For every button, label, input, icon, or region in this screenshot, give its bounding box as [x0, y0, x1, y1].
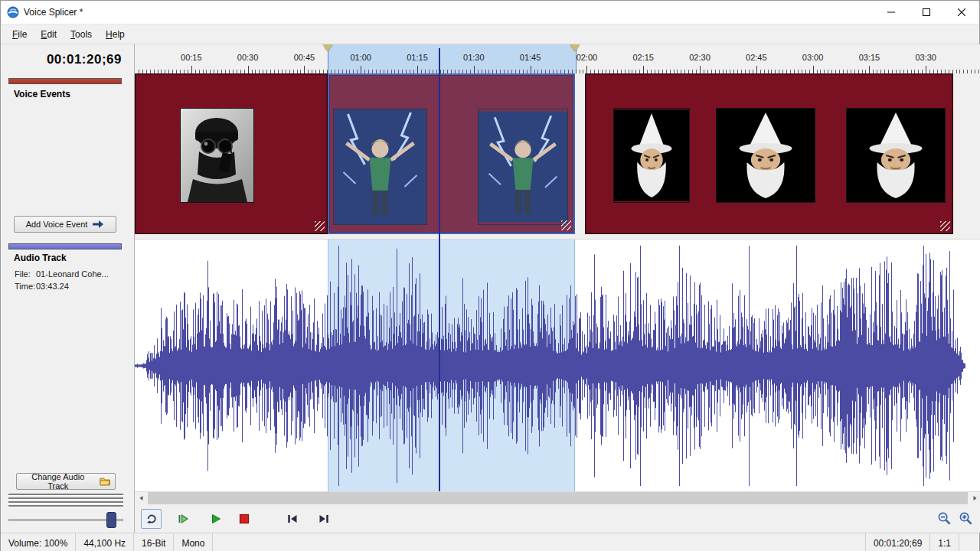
audio-track-color-bar	[8, 243, 122, 249]
voice-event-clip-2-selected[interactable]	[328, 73, 575, 234]
stop-icon	[239, 514, 250, 524]
voice-event-thumbnail-wizard-2	[716, 108, 815, 203]
volume-slider-thumb[interactable]	[106, 512, 116, 528]
playhead-line	[439, 48, 440, 491]
selection-start-handle[interactable]	[323, 44, 332, 51]
clip-resize-grip[interactable]	[940, 221, 950, 231]
scroll-left-icon	[139, 495, 145, 501]
file-label: File:	[15, 269, 36, 279]
zoom-out-button[interactable]	[935, 510, 953, 528]
close-icon	[958, 8, 965, 16]
arrow-right-icon	[92, 220, 104, 229]
time-label: Time:	[15, 282, 36, 291]
voice-event-clip-3[interactable]	[585, 73, 953, 234]
waveform-display[interactable]	[135, 239, 980, 491]
menu-tools[interactable]: Tools	[64, 26, 99, 43]
zoom-in-button[interactable]	[956, 510, 975, 528]
loop-button[interactable]	[141, 509, 162, 529]
voice-event-thumbnail-operator	[180, 108, 254, 203]
minimize-button[interactable]	[874, 1, 909, 24]
ruler-label: 01:00	[350, 53, 371, 62]
ruler-label: 03:30	[915, 53, 936, 62]
ruler-label: 00:45	[294, 53, 315, 62]
file-value: 01-Leonard Cohe...	[36, 269, 109, 279]
ruler-tick	[304, 66, 305, 73]
stop-button[interactable]	[234, 509, 254, 529]
play-button[interactable]	[205, 509, 226, 529]
status-channels: Mono	[174, 533, 213, 551]
ruler-label: 03:00	[802, 53, 824, 62]
ruler-label: 02:15	[632, 53, 654, 62]
ruler-tick	[531, 66, 531, 73]
menu-file[interactable]: File	[5, 26, 34, 43]
timeline-ruler[interactable]: 00:1500:3000:4501:0001:1501:3001:4502:00…	[135, 44, 980, 73]
app-window: Voice Splicer * File Edit Tools Help 00:…	[0, 0, 980, 551]
menu-edit[interactable]: Edit	[34, 26, 64, 43]
volume-slider[interactable]	[8, 511, 123, 528]
ruler-tick	[417, 66, 418, 73]
skip-to-end-button[interactable]	[313, 509, 334, 529]
audio-time-row: Time: 03:43.24	[15, 282, 69, 291]
selection-end-handle[interactable]	[570, 44, 580, 51]
add-voice-event-button[interactable]: Add Voice Event	[14, 216, 116, 233]
status-end-pad	[959, 533, 979, 551]
scroll-left-button[interactable]	[135, 492, 148, 504]
audio-waveform-canvas[interactable]	[135, 240, 980, 492]
window-controls	[874, 1, 979, 24]
skip-to-end-icon	[318, 513, 330, 525]
status-bit-depth: 16-Bit	[134, 533, 174, 551]
scroll-right-icon	[972, 495, 978, 501]
title-bar: Voice Splicer *	[1, 1, 979, 24]
ruler-tick	[869, 66, 870, 73]
ruler-label: 03:15	[859, 53, 880, 62]
ruler-tick	[191, 66, 192, 73]
skip-to-start-button[interactable]	[282, 509, 302, 529]
play-icon	[210, 513, 222, 525]
selection-highlight-clip	[329, 75, 573, 233]
clip-resize-grip[interactable]	[561, 220, 571, 230]
transport-controls	[135, 504, 980, 533]
close-button[interactable]	[944, 1, 979, 24]
voice-event-clip-1[interactable]	[135, 73, 328, 234]
folder-open-icon	[100, 477, 110, 486]
ruler-label: 01:30	[463, 53, 485, 62]
minimize-icon	[887, 8, 895, 16]
ruler-label: 02:00	[577, 53, 598, 62]
clip-resize-grip[interactable]	[315, 221, 325, 231]
audio-file-row: File: 01-Leonard Cohe...	[15, 269, 109, 279]
zoom-out-icon	[937, 511, 952, 526]
ruler-label: 00:15	[181, 53, 202, 62]
ruler-label: 02:45	[746, 53, 767, 62]
menu-help[interactable]: Help	[99, 26, 132, 43]
ruler-tick	[361, 66, 361, 73]
sidebar: 00:01:20;69 Voice Events Add Voice Event…	[1, 44, 135, 533]
zoom-in-icon	[959, 511, 973, 526]
ruler-tick	[643, 66, 644, 73]
ruler-tick	[700, 66, 701, 73]
horizontal-scrollbar[interactable]	[135, 491, 980, 504]
change-audio-track-button[interactable]: Change Audio Track	[16, 473, 116, 490]
ruler-tick	[813, 66, 814, 73]
ruler-tick	[248, 66, 249, 73]
ruler-tick	[474, 66, 475, 73]
scrollbar-thumb[interactable]	[148, 492, 968, 504]
scroll-right-button[interactable]	[968, 492, 980, 504]
maximize-button[interactable]	[909, 1, 944, 24]
change-audio-track-label: Change Audio Track	[21, 472, 95, 491]
status-volume: Volume: 100%	[1, 533, 76, 551]
maximize-icon	[923, 8, 930, 16]
window-title: Voice Splicer *	[24, 7, 83, 18]
ruler-label: 01:15	[407, 53, 428, 62]
status-spacer	[213, 533, 865, 551]
play-selection-button[interactable]	[172, 509, 193, 529]
voice-events-color-bar	[8, 78, 122, 84]
voice-event-thumbnail-wizard-1	[613, 108, 690, 203]
voice-event-thumbnail-wizard-3	[846, 108, 946, 203]
status-bar: Volume: 100% 44,100 Hz 16-Bit Mono 00:01…	[1, 533, 979, 551]
status-sample-rate: 44,100 Hz	[76, 533, 134, 551]
ruler-tick	[926, 66, 926, 73]
voice-event-track	[135, 73, 980, 234]
sidebar-grip-lines	[8, 494, 123, 509]
ruler-tick	[756, 66, 757, 73]
skip-to-start-icon	[286, 513, 299, 525]
